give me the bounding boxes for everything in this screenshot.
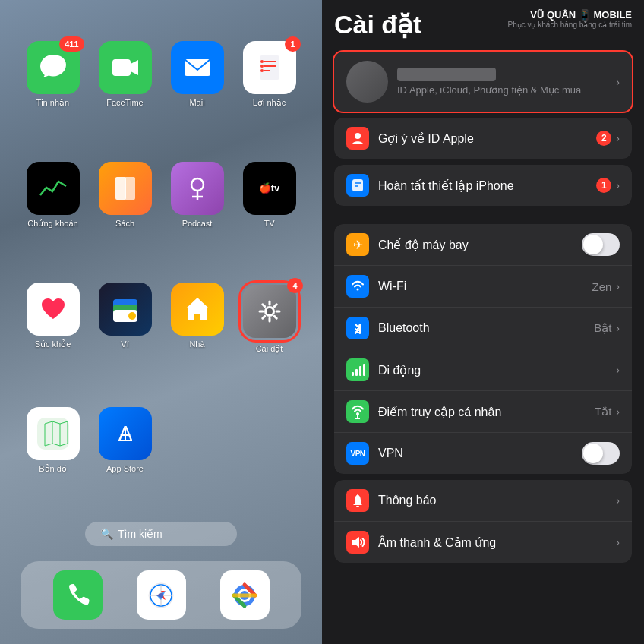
settings-list: ID Apple, iCloud, Phương tiện & Mục mua … xyxy=(322,46,644,644)
app-icon-appstore[interactable]: AApp Store xyxy=(93,407,157,514)
chevron-cellular: › xyxy=(616,364,620,376)
app-label-messages: Tin nhắn xyxy=(36,98,69,108)
app-icon-mail[interactable]: Mail xyxy=(165,41,229,148)
app-icon-facetime[interactable]: FaceTime xyxy=(93,41,157,148)
app-icon-maps[interactable]: Bản đồ xyxy=(21,407,85,514)
profile-item[interactable]: ID Apple, iCloud, Phương tiện & Mục mua … xyxy=(334,52,632,112)
chevron-hotspot: › xyxy=(616,406,620,418)
settings-item-bluetooth[interactable]: Bluetooth Bật› xyxy=(334,308,632,349)
item-value-bluetooth: Bật xyxy=(594,321,611,335)
settings-item-wifi[interactable]: Wi-Fi Zen› xyxy=(334,266,632,308)
settings-item-hotspot[interactable]: Điểm truy cập cá nhân Tắt› xyxy=(334,391,632,433)
settings-item-cellular[interactable]: Di động › xyxy=(334,349,632,391)
search-icon: 🔍 xyxy=(100,528,113,540)
app-label-books: Sách xyxy=(115,219,134,228)
app-icon-health[interactable]: Sức khỏe xyxy=(21,283,85,394)
svg-marker-1 xyxy=(131,60,138,75)
dock-icon-phone[interactable] xyxy=(53,570,103,620)
toggle-airplane[interactable] xyxy=(582,233,620,256)
svg-point-48 xyxy=(357,289,359,291)
svg-rect-45 xyxy=(352,179,363,191)
svg-line-25 xyxy=(262,316,264,318)
app-icon-appletv[interactable]: 🍎tvTV xyxy=(237,162,301,269)
svg-point-21 xyxy=(267,308,273,314)
svg-rect-51 xyxy=(359,366,361,376)
badge-apple-id-suggestion: 2 xyxy=(596,131,611,146)
home-screen: 411Tin nhắnFaceTimeMail1Lời nhắcChứng kh… xyxy=(0,0,322,644)
settings-panel: Cài đặt VŨ QUÂN 📱 MOBILE Phục vụ khách h… xyxy=(322,0,644,644)
settings-header: Cài đặt VŨ QUÂN 📱 MOBILE Phục vụ khách h… xyxy=(322,0,644,46)
settings-icon-finish-setup xyxy=(346,174,369,197)
settings-icon-vpn: VPN xyxy=(346,442,369,465)
settings-item-sound[interactable]: Âm thanh & Cảm ứng › xyxy=(334,522,632,563)
app-label-maps: Bản đồ xyxy=(39,464,67,474)
section-connectivity: ✈ Chế độ máy bay Wi-Fi Zen› Bluetooth Bậ… xyxy=(334,224,632,474)
svg-line-27 xyxy=(262,304,264,306)
app-icon-img-podcasts xyxy=(171,162,224,215)
svg-line-23 xyxy=(274,316,276,318)
chevron-finish-setup: › xyxy=(616,179,620,191)
svg-point-44 xyxy=(355,133,361,139)
settings-item-vpn[interactable]: VPN VPN xyxy=(334,433,632,474)
settings-icon-apple-id-suggestion xyxy=(346,127,369,150)
section-notifications-sound: Thông báo › Âm thanh & Cảm ứng › xyxy=(334,480,632,563)
item-label-cellular: Di động xyxy=(378,363,616,377)
settings-icon-hotspot xyxy=(346,400,369,423)
badge-reminders: 1 xyxy=(285,36,300,52)
status-bar xyxy=(0,0,322,33)
chevron-apple-id-suggestion: › xyxy=(616,132,620,144)
app-icon-reminders[interactable]: 1Lời nhắc xyxy=(237,41,301,148)
item-value-hotspot: Tắt xyxy=(595,405,611,418)
app-icon-img-settings xyxy=(243,285,296,338)
section-setup: Hoàn tất thiết lập iPhone 1› xyxy=(334,165,632,206)
app-icon-messages[interactable]: 411Tin nhắn xyxy=(21,41,85,148)
dock-icon-safari[interactable] xyxy=(137,570,186,620)
profile-chevron: › xyxy=(616,76,620,88)
chevron-notifications: › xyxy=(616,494,620,507)
settings-item-airplane[interactable]: ✈ Chế độ máy bay xyxy=(334,224,632,266)
search-bar[interactable]: 🔍 Tìm kiếm xyxy=(85,522,237,546)
app-icon-podcasts[interactable]: Podcast xyxy=(165,162,229,269)
app-icon-books[interactable]: Sách xyxy=(93,162,157,269)
app-icon-wallet[interactable]: Ví xyxy=(93,283,157,394)
app-icon-stocks[interactable]: Chứng khoán xyxy=(21,162,85,269)
app-label-stocks: Chứng khoán xyxy=(27,219,77,229)
settings-icon-wifi xyxy=(346,275,369,298)
svg-rect-3 xyxy=(260,55,279,80)
app-icon-home[interactable]: Nhà xyxy=(165,283,229,394)
item-label-vpn: VPN xyxy=(378,447,582,460)
app-label-mail: Mail xyxy=(189,98,204,107)
app-icon-img-facetime xyxy=(99,41,152,94)
svg-point-9 xyxy=(260,69,264,72)
toggle-knob-airplane xyxy=(583,235,603,254)
profile-info: ID Apple, iCloud, Phương tiện & Mục mua xyxy=(397,68,616,96)
badge-finish-setup: 1 xyxy=(596,178,611,193)
app-label-appstore: App Store xyxy=(106,464,144,473)
settings-item-finish-setup[interactable]: Hoàn tất thiết lập iPhone 1› xyxy=(334,165,632,206)
settings-item-notifications[interactable]: Thông báo › xyxy=(334,480,632,522)
svg-point-8 xyxy=(260,65,264,68)
app-icon-settings[interactable]: 4Cài đặt xyxy=(237,283,301,394)
svg-rect-56 xyxy=(356,506,359,507)
svg-marker-57 xyxy=(352,537,359,548)
app-icon-img-health xyxy=(27,283,80,336)
app-label-home: Nhà xyxy=(189,339,204,349)
profile-sub: ID Apple, iCloud, Phương tiện & Mục mua xyxy=(397,84,616,96)
toggle-vpn[interactable] xyxy=(582,442,620,465)
dock-icon-chrome[interactable] xyxy=(220,570,270,620)
chevron-sound: › xyxy=(616,536,620,548)
chevron-wifi: › xyxy=(616,280,620,292)
svg-rect-0 xyxy=(112,59,131,76)
settings-item-apple-id-suggestion[interactable]: Gợi ý về ID Apple 2› xyxy=(334,118,632,159)
svg-marker-19 xyxy=(186,298,209,320)
badge-settings: 4 xyxy=(287,278,302,293)
app-label-facetime: FaceTime xyxy=(106,98,144,107)
app-label-reminders: Lời nhắc xyxy=(253,98,286,108)
svg-point-53 xyxy=(356,412,359,415)
app-label-settings: Cài đặt xyxy=(256,344,283,354)
toggle-knob-vpn xyxy=(583,444,603,463)
app-label-appletv: TV xyxy=(264,219,274,228)
item-label-airplane: Chế độ máy bay xyxy=(378,238,582,252)
item-label-wifi: Wi-Fi xyxy=(378,279,592,293)
brand-info: VŨ QUÂN 📱 MOBILE Phục vụ khách hàng bằng… xyxy=(507,9,632,29)
